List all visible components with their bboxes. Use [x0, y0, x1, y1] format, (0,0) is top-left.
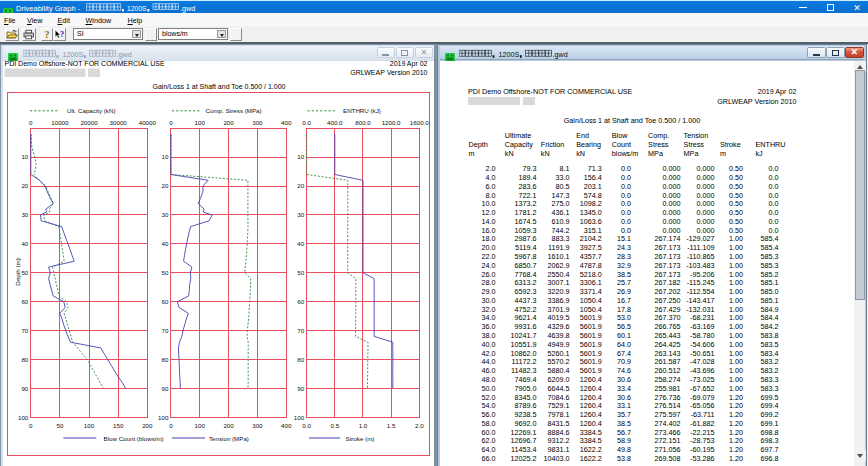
svg-text:Gain/Loss 1 at Shaft and Toe 0: Gain/Loss 1 at Shaft and Toe 0.500 / 1.0…: [153, 83, 286, 90]
svg-text:2.0: 2.0: [415, 422, 424, 429]
svg-text:Tension (MPa): Tension (MPa): [209, 435, 249, 442]
svg-text:400: 400: [281, 422, 292, 429]
svg-text:90: 90: [162, 385, 169, 392]
svg-text:Depth (m): Depth (m): [14, 258, 21, 286]
svg-text:80: 80: [21, 356, 28, 363]
svg-text:200: 200: [223, 119, 234, 126]
svg-text:60: 60: [297, 298, 304, 305]
svg-text:90: 90: [21, 385, 28, 392]
svg-text:300: 300: [252, 119, 263, 126]
svg-text:100: 100: [84, 422, 95, 429]
svg-text:1200S: 1200S: [499, 49, 520, 58]
svg-text:400: 400: [281, 119, 292, 126]
svg-text:20: 20: [297, 182, 304, 189]
svg-text:70: 70: [297, 327, 304, 334]
svg-text:Ult. Capacity (kN): Ult. Capacity (kN): [67, 107, 115, 114]
svg-text:10000: 10000: [51, 119, 69, 126]
svg-text:ENTHRU (kJ): ENTHRU (kJ): [343, 107, 381, 114]
svg-text:0: 0: [29, 422, 33, 429]
svg-text:80: 80: [297, 356, 304, 363]
svg-text:50: 50: [56, 422, 63, 429]
svg-text:20: 20: [162, 182, 169, 189]
svg-text:100: 100: [294, 414, 305, 421]
svg-text:40: 40: [21, 240, 28, 247]
svg-text:Blow Count (blows/m): Blow Count (blows/m): [104, 435, 164, 442]
svg-text:1200.0: 1200.0: [382, 119, 401, 126]
svg-text:0.0: 0.0: [302, 422, 311, 429]
svg-text:0: 0: [29, 119, 33, 126]
svg-text:10: 10: [21, 153, 28, 160]
svg-text:GRLWEAP Version 2010: GRLWEAP Version 2010: [350, 69, 427, 76]
svg-text:1200S: 1200S: [127, 5, 147, 12]
svg-text:400.0: 400.0: [327, 119, 343, 126]
svg-text:50: 50: [162, 269, 169, 276]
svg-text:150: 150: [113, 422, 124, 429]
svg-text:30: 30: [21, 211, 28, 218]
svg-text:300: 300: [252, 422, 263, 429]
svg-text:40: 40: [297, 240, 304, 247]
svg-text:100: 100: [158, 414, 169, 421]
svg-text:30000: 30000: [110, 119, 128, 126]
svg-text:Stroke (m): Stroke (m): [346, 435, 375, 442]
svg-text:50: 50: [297, 269, 304, 276]
svg-text:40000: 40000: [139, 119, 157, 126]
svg-text:?: ?: [45, 29, 50, 40]
svg-text:100: 100: [18, 414, 29, 421]
svg-text:2019 Apr 02: 2019 Apr 02: [390, 60, 428, 68]
svg-text:Comp. Stress (MPa): Comp. Stress (MPa): [206, 107, 262, 114]
svg-text:200: 200: [223, 422, 234, 429]
svg-text:20: 20: [21, 182, 28, 189]
svg-text:70: 70: [21, 327, 28, 334]
svg-text:10: 10: [297, 153, 304, 160]
svg-text:30: 30: [297, 211, 304, 218]
svg-text:70: 70: [162, 327, 169, 334]
svg-text:1.5: 1.5: [387, 422, 396, 429]
svg-text:0: 0: [169, 119, 173, 126]
svg-text:0.5: 0.5: [330, 422, 339, 429]
svg-text:30: 30: [162, 211, 169, 218]
svg-text:?: ?: [60, 29, 64, 39]
svg-text:.gwd: .gwd: [553, 49, 568, 58]
svg-text:60: 60: [162, 298, 169, 305]
svg-text:20000: 20000: [80, 119, 98, 126]
svg-text:10: 10: [162, 153, 169, 160]
svg-text:60: 60: [21, 298, 28, 305]
svg-text:Driveability Graph -: Driveability Graph -: [16, 4, 81, 13]
svg-text:.gwd: .gwd: [180, 4, 195, 13]
svg-text:.gwd: .gwd: [117, 49, 132, 58]
svg-text:1200S: 1200S: [63, 49, 84, 58]
svg-text:80: 80: [162, 356, 169, 363]
svg-text:200: 200: [142, 422, 153, 429]
svg-text:40: 40: [162, 240, 169, 247]
svg-text:0.0: 0.0: [302, 119, 311, 126]
svg-text:800.0: 800.0: [355, 119, 371, 126]
svg-text:PDI Demo Offshore-NOT FOR COMM: PDI Demo Offshore-NOT FOR COMMERCIAL USE: [5, 60, 165, 67]
svg-text:0: 0: [169, 422, 173, 429]
svg-text:100: 100: [195, 119, 206, 126]
svg-text:1.0: 1.0: [359, 422, 368, 429]
svg-text:100: 100: [195, 422, 206, 429]
svg-text:50: 50: [21, 269, 28, 276]
svg-text:1600.0: 1600.0: [410, 119, 429, 126]
svg-text:90: 90: [297, 385, 304, 392]
